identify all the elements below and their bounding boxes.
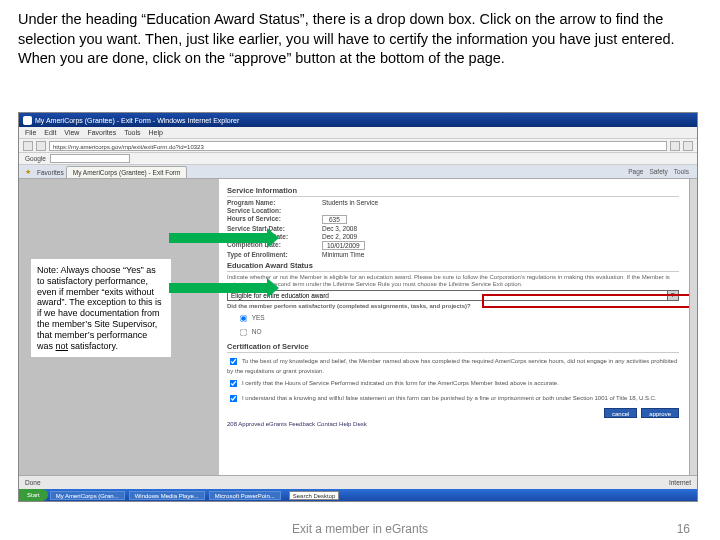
footer-center: Exit a member in eGrants bbox=[292, 522, 428, 536]
google-toolbar: Google bbox=[19, 153, 697, 165]
google-label: Google bbox=[25, 155, 46, 162]
statusbar: Done Internet bbox=[19, 475, 697, 489]
embedded-screenshot: My AmeriCorps (Grantee) - Exit Form - Wi… bbox=[18, 112, 698, 502]
ie-icon bbox=[23, 116, 32, 125]
slide-footer: Exit a member in eGrants 16 bbox=[0, 522, 720, 536]
form-panel: Service Information Program Name:Student… bbox=[219, 179, 689, 475]
perf-yes-row[interactable]: YES bbox=[237, 312, 679, 325]
page-gutter: Note: Always choose “Yes” as to satisfac… bbox=[19, 179, 219, 475]
perf-no-row[interactable]: NO bbox=[237, 326, 679, 339]
page-number: 16 bbox=[677, 522, 690, 536]
cert2-text: I certify that the Hours of Service Perf… bbox=[242, 380, 559, 386]
menu-file[interactable]: File bbox=[25, 129, 36, 136]
perf-yes-label: YES bbox=[252, 314, 265, 321]
expected-end-value: Dec 2, 2009 bbox=[322, 233, 357, 240]
note-prefix: Note: Always choose “Yes” as to satisfac… bbox=[37, 265, 161, 351]
note-underlined: not bbox=[56, 341, 69, 351]
green-arrow-2 bbox=[169, 283, 269, 293]
forward-button[interactable] bbox=[36, 141, 46, 151]
taskbar-item-1[interactable]: My AmeriCorps (Gran... bbox=[50, 491, 125, 500]
award-status-dropdown[interactable]: Eligible for entire education award ▾ bbox=[227, 290, 679, 301]
section-cert-heading: Certification of Service bbox=[227, 342, 679, 353]
chevron-down-icon[interactable]: ▾ bbox=[667, 291, 678, 300]
favorites-label[interactable]: Favorites bbox=[37, 169, 64, 176]
tools-menu[interactable]: Tools bbox=[674, 168, 689, 175]
taskbar: Start My AmeriCorps (Gran... Windows Med… bbox=[19, 489, 697, 501]
instruction-text: Under the heading “Education Award Statu… bbox=[18, 11, 675, 66]
enrollment-type-value: Minimum Time bbox=[322, 251, 364, 258]
browser-tab[interactable]: My AmeriCorps (Grantee) - Exit Form bbox=[66, 166, 188, 178]
taskbar-item-2[interactable]: Windows Media Playe... bbox=[129, 491, 205, 500]
google-search-input[interactable] bbox=[50, 154, 130, 163]
status-zone: Internet bbox=[669, 479, 691, 486]
cancel-button[interactable]: cancel bbox=[604, 408, 637, 418]
window-title: My AmeriCorps (Grantee) - Exit Form - Wi… bbox=[35, 117, 239, 124]
menu-edit[interactable]: Edit bbox=[44, 129, 56, 136]
note-suffix: satisfactory. bbox=[68, 341, 118, 351]
safety-menu[interactable]: Safety bbox=[649, 168, 667, 175]
page-menu[interactable]: Page bbox=[628, 168, 643, 175]
note-callout: Note: Always choose “Yes” as to satisfac… bbox=[31, 259, 171, 357]
perf-no-label: NO bbox=[252, 328, 262, 335]
approve-button[interactable]: approve bbox=[641, 408, 679, 418]
menu-favorites[interactable]: Favorites bbox=[87, 129, 116, 136]
menu-tools[interactable]: Tools bbox=[124, 129, 140, 136]
stop-button[interactable] bbox=[683, 141, 693, 151]
address-bar[interactable]: https://my.americorps.gov/mp/exit/exitFo… bbox=[49, 141, 667, 151]
status-done: Done bbox=[25, 479, 41, 486]
window-titlebar: My AmeriCorps (Grantee) - Exit Form - Wi… bbox=[19, 113, 697, 127]
service-location-label: Service Location: bbox=[227, 207, 322, 214]
menu-help[interactable]: Help bbox=[149, 129, 163, 136]
menu-view[interactable]: View bbox=[64, 129, 79, 136]
start-button[interactable]: Start bbox=[19, 489, 48, 501]
section-award-heading: Education Award Status bbox=[227, 261, 679, 272]
back-button[interactable] bbox=[23, 141, 33, 151]
tab-strip: ★ Favorites My AmeriCorps (Grantee) - Ex… bbox=[19, 165, 697, 179]
cert2-checkbox[interactable] bbox=[230, 379, 238, 387]
hours-label: Hours of Service: bbox=[227, 215, 322, 224]
cert1-text: To the best of my knowledge and belief, … bbox=[227, 358, 677, 374]
search-desktop-input[interactable]: Search Desktop bbox=[289, 491, 340, 500]
performance-question: Did the member perform satisfactorily (c… bbox=[227, 303, 679, 310]
award-description: Indicate whether or not the Member is el… bbox=[227, 274, 679, 288]
perf-no-radio[interactable] bbox=[240, 328, 248, 336]
instruction-paragraph: Under the heading “Education Award Statu… bbox=[0, 0, 720, 75]
bottom-links[interactable]: 208 Approved eGrants Feedback Contact He… bbox=[227, 421, 679, 427]
taskbar-item-3[interactable]: Microsoft PowerPoin... bbox=[209, 491, 281, 500]
program-name-value: Students in Service bbox=[322, 199, 378, 206]
program-name-label: Program Name: bbox=[227, 199, 322, 206]
menubar: File Edit View Favorites Tools Help bbox=[19, 127, 697, 139]
start-date-value: Dec 3, 2008 bbox=[322, 225, 357, 232]
green-arrow-1 bbox=[169, 233, 269, 243]
tab-tools: Page Safety Tools bbox=[628, 164, 693, 178]
cert1-checkbox[interactable] bbox=[230, 357, 238, 365]
cert3-checkbox[interactable] bbox=[230, 394, 238, 402]
address-toolbar: https://my.americorps.gov/mp/exit/exitFo… bbox=[19, 139, 697, 153]
hours-value: 635 bbox=[322, 215, 347, 224]
refresh-button[interactable] bbox=[670, 141, 680, 151]
completion-date-value: 10/01/2009 bbox=[322, 241, 365, 250]
cert3-text: I understand that a knowing and willful … bbox=[242, 395, 657, 401]
perf-yes-radio[interactable] bbox=[240, 314, 248, 322]
section-service-heading: Service Information bbox=[227, 186, 679, 197]
enrollment-type-label: Type of Enrollment: bbox=[227, 251, 322, 258]
scrollbar[interactable] bbox=[689, 179, 697, 475]
